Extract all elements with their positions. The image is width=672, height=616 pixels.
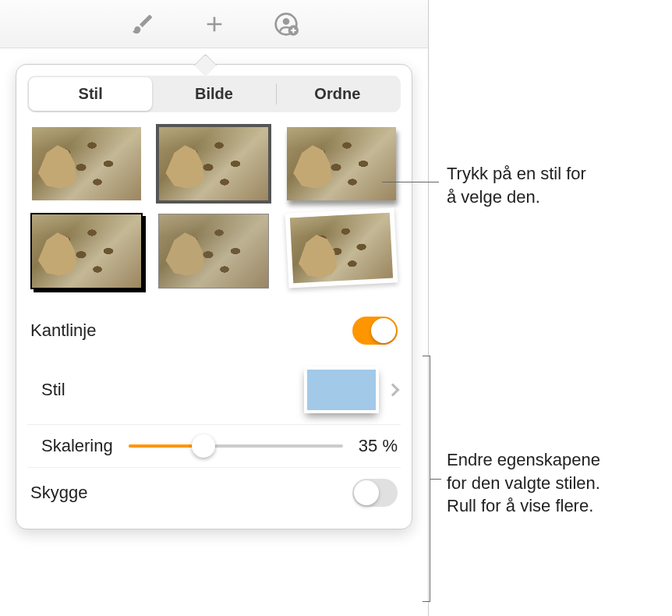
- border-toggle[interactable]: [352, 317, 398, 345]
- style-preset[interactable]: [155, 125, 274, 203]
- border-label: Kantlinje: [30, 320, 96, 341]
- tab-stil[interactable]: Stil: [29, 77, 152, 111]
- shadow-toggle[interactable]: [352, 479, 398, 507]
- callout-text: Trykk på en stil for å velge den.: [447, 162, 586, 208]
- style-preview-wrap: [304, 366, 398, 413]
- tab-bilde[interactable]: Bilde: [152, 77, 275, 111]
- shadow-row: Skygge: [27, 468, 401, 518]
- chevron-right-icon: [387, 384, 400, 397]
- scale-row: Skalering 35 %: [27, 425, 401, 468]
- scale-label: Skalering: [41, 436, 113, 456]
- inspector-panel: Stil Bilde Ordne Kantlinje Stil Skalerin…: [0, 0, 429, 616]
- plus-icon[interactable]: [202, 12, 227, 37]
- style-preset[interactable]: [282, 212, 401, 290]
- toolbar: [0, 0, 428, 48]
- collaborate-icon[interactable]: [274, 12, 299, 37]
- svg-point-1: [282, 18, 289, 25]
- callout-connector: [430, 479, 441, 480]
- scale-slider[interactable]: [129, 444, 343, 448]
- style-preset[interactable]: [27, 125, 146, 203]
- tab-ordne[interactable]: Ordne: [276, 77, 399, 111]
- callout-connector: [382, 182, 439, 182]
- style-thumbnails: [27, 125, 401, 290]
- shadow-label: Skygge: [30, 483, 87, 503]
- style-preset[interactable]: [155, 212, 274, 290]
- callout-text: Endre egenskapene for den valgte stilen.…: [447, 448, 600, 518]
- style-preset[interactable]: [27, 212, 146, 290]
- tab-segmented-control: Stil Bilde Ordne: [27, 76, 401, 112]
- format-popover: Stil Bilde Ordne Kantlinje Stil Skalerin…: [16, 64, 412, 529]
- callout-bracket: [423, 356, 430, 602]
- style-row[interactable]: Stil: [27, 356, 401, 425]
- border-row: Kantlinje: [27, 306, 401, 356]
- brush-icon[interactable]: [130, 12, 155, 37]
- style-label: Stil: [41, 380, 65, 400]
- style-preset[interactable]: [282, 125, 401, 203]
- scale-value: 35 %: [354, 436, 398, 456]
- style-swatch: [304, 366, 379, 413]
